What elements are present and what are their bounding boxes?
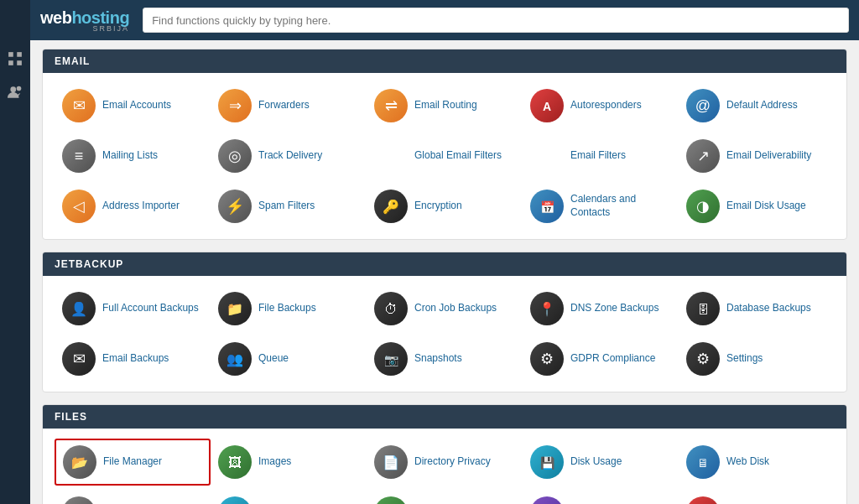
icon-label: Global Email Filters	[414, 149, 502, 163]
icon-item-cron-job-backups[interactable]: Cron Job Backups	[367, 286, 523, 331]
icon-label: Mailing Lists	[102, 149, 158, 163]
icon-item-email-filters[interactable]: Email Filters	[523, 133, 679, 179]
section-files: FILESFile ManagerImagesDirectory Privacy…	[42, 404, 847, 504]
svg-rect-0	[8, 52, 13, 57]
icon-item-spam-filters[interactable]: Spam Filters	[211, 184, 367, 229]
shape-email-icon	[62, 342, 96, 376]
icon-item-queue[interactable]: Queue	[211, 336, 367, 382]
icon-label: Database Backups	[726, 302, 811, 315]
icon-item-email-routing[interactable]: Email Routing	[367, 83, 523, 128]
icon-label: Email Deliverability	[726, 149, 811, 163]
icon-label: Disk Usage	[570, 455, 622, 469]
shape-cal-icon	[530, 190, 564, 223]
shape-list-icon	[62, 139, 96, 173]
shape-dns-icon	[530, 292, 564, 325]
shape-backup-icon	[218, 496, 252, 504]
icon-item-disk-usage[interactable]: Disk Usage	[523, 439, 679, 486]
section-header-jetbackup: JETBACKUP	[43, 252, 846, 276]
icon-item-calendars-and-contacts[interactable]: Calendars and Contacts	[523, 184, 679, 229]
icon-label: Address Importer	[102, 200, 180, 213]
icon-item-snapshots[interactable]: Snapshots	[367, 336, 523, 382]
sidebar-logo	[0, 0, 30, 40]
section-header-email: EMAIL	[43, 49, 846, 73]
icon-item-email-deliverability[interactable]: Email Deliverability	[679, 133, 835, 179]
shape-spam-icon	[218, 190, 252, 223]
shape-snap-icon	[374, 342, 408, 376]
shape-person-icon	[62, 292, 96, 325]
icon-item-autoresponders[interactable]: Autoresponders	[523, 83, 679, 128]
icon-item-full-account-backups[interactable]: Full Account Backups	[55, 286, 211, 331]
shape-folder-icon	[63, 445, 96, 479]
icon-label: GDPR Compliance	[570, 352, 655, 366]
icon-item-ftp-accounts[interactable]: FTP Accounts	[55, 491, 211, 504]
svg-point-4	[10, 86, 16, 92]
svg-rect-1	[17, 52, 22, 57]
icon-item-backup-wizard[interactable]: Backup Wizard	[367, 491, 523, 504]
shape-track-icon	[218, 139, 252, 173]
users-icon[interactable]	[0, 77, 30, 107]
section-jetbackup: JETBACKUPFull Account BackupsFile Backup…	[42, 252, 847, 392]
shape-forward-icon	[218, 89, 252, 122]
topbar: webhosting SRBIJA	[30, 0, 859, 40]
icon-item-backup[interactable]: Backup	[211, 491, 367, 504]
icon-item-directory-privacy[interactable]: Directory Privacy	[367, 439, 523, 486]
icon-item-global-email-filters[interactable]: Global Email Filters	[367, 133, 523, 179]
section-header-files: FILES	[43, 405, 846, 429]
shape-filter-icon	[530, 139, 564, 173]
icon-label: Encryption	[414, 200, 462, 213]
icon-grid-jetbackup: Full Account BackupsFile BackupsCron Job…	[55, 286, 835, 382]
icon-grid-files: File ManagerImagesDirectory PrivacyDisk …	[55, 439, 835, 504]
shape-envelope-icon	[62, 89, 96, 122]
icon-item-web-disk[interactable]: Web Disk	[679, 439, 835, 486]
icon-label: Settings	[726, 352, 763, 366]
icon-item-encryption[interactable]: Encryption	[367, 184, 523, 229]
icon-item-gdpr-compliance[interactable]: GDPR Compliance	[523, 336, 679, 382]
shape-bwizard-icon	[374, 496, 408, 504]
icon-label: Spam Filters	[258, 200, 315, 213]
sidebar	[0, 0, 30, 504]
shape-key-icon	[374, 190, 408, 223]
search-input[interactable]	[143, 8, 849, 33]
main-area: webhosting SRBIJA EMAILEmail AccountsFor…	[30, 0, 859, 504]
svg-point-5	[17, 86, 22, 91]
icon-label: File Backups	[258, 302, 316, 315]
logo-web: web	[40, 8, 71, 27]
icon-label: Queue	[258, 352, 289, 366]
section-body-files: File ManagerImagesDirectory PrivacyDisk …	[43, 429, 846, 504]
icon-item-database-backups[interactable]: Database Backups	[679, 286, 835, 331]
icon-item-mailing-lists[interactable]: Mailing Lists	[55, 133, 211, 179]
topbar-logo: webhosting SRBIJA	[40, 8, 129, 33]
shape-cron-icon	[374, 292, 408, 325]
content-area: EMAILEmail AccountsForwardersEmail Routi…	[30, 40, 859, 504]
shape-disk-icon	[686, 190, 720, 223]
icon-item-git--version-control[interactable]: Git™ Version Control	[523, 491, 679, 504]
icon-item-address-importer[interactable]: Address Importer	[55, 184, 211, 229]
icon-item-dns-zone-backups[interactable]: DNS Zone Backups	[523, 286, 679, 331]
icon-item-email-accounts[interactable]: Email Accounts	[55, 83, 211, 128]
icon-item-email-disk-usage[interactable]: Email Disk Usage	[679, 184, 835, 229]
icon-item-email-backups[interactable]: Email Backups	[55, 336, 211, 382]
shape-queue-icon	[218, 342, 252, 376]
icon-label: File Manager	[103, 455, 162, 469]
icon-label: Autoresponders	[570, 99, 642, 112]
icon-item-track-delivery[interactable]: Track Delivery	[211, 133, 367, 179]
icon-label: Images	[258, 455, 291, 469]
icon-item-jetbackup[interactable]: JetBackup	[679, 491, 835, 504]
icon-label: Email Accounts	[102, 99, 171, 112]
icon-item-forwarders[interactable]: Forwarders	[211, 83, 367, 128]
icon-item-default-address[interactable]: Default Address	[679, 83, 835, 128]
icon-item-settings[interactable]: Settings	[679, 336, 835, 382]
grid-icon[interactable]	[0, 44, 30, 74]
icon-item-images[interactable]: Images	[211, 439, 367, 486]
shape-at-icon	[686, 89, 720, 122]
section-body-email: Email AccountsForwardersEmail RoutingAut…	[43, 73, 846, 239]
shape-auto-icon	[530, 89, 564, 122]
icon-label: Email Backups	[102, 352, 169, 366]
shape-files-icon	[218, 292, 252, 325]
icon-label: Email Routing	[414, 99, 477, 112]
icon-label: Cron Job Backups	[414, 302, 497, 315]
icon-label: DNS Zone Backups	[570, 302, 659, 315]
icon-item-file-backups[interactable]: File Backups	[211, 286, 367, 331]
shape-diskuse-icon	[530, 445, 564, 479]
icon-item-file-manager[interactable]: File Manager	[55, 439, 211, 486]
